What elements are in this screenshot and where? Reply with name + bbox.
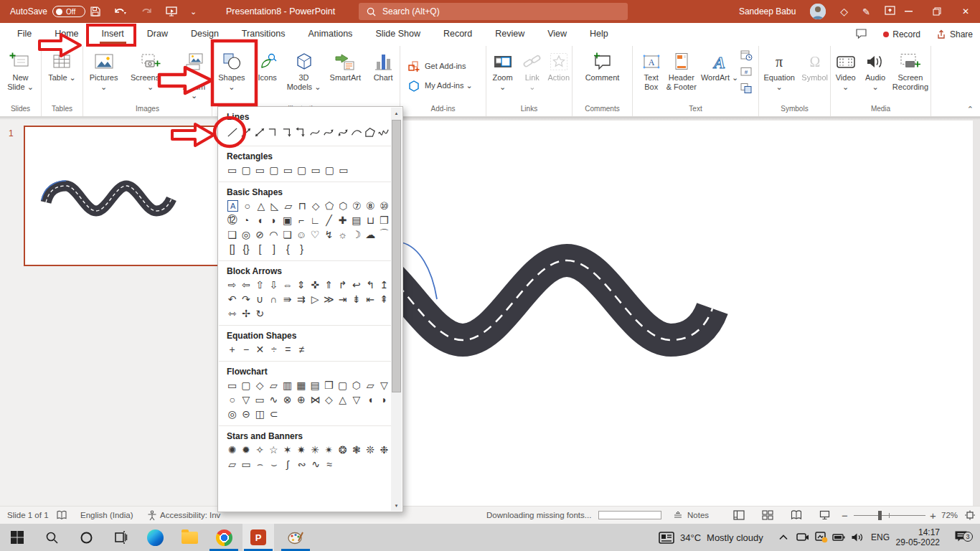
shape-connector-curved-arrow[interactable] xyxy=(322,126,336,140)
scroll-up-icon[interactable]: ▲ xyxy=(391,108,402,118)
shape-dodecagon[interactable]: ⑫ xyxy=(225,213,239,227)
reading-view-button[interactable] xyxy=(791,507,802,524)
record-button[interactable]: Record xyxy=(883,29,920,39)
comment-button[interactable]: Comment xyxy=(583,47,622,105)
audio-button[interactable]: Audio ⌄ xyxy=(860,47,890,105)
scrollbar-thumb[interactable] xyxy=(392,120,401,392)
3d-models-button[interactable]: 3D Models ⌄ xyxy=(284,47,324,105)
shape-ribbon-tilted-down[interactable]: ▱ xyxy=(225,457,239,471)
shape-arrow-u-turn[interactable]: ↩ xyxy=(349,278,363,292)
shape-parallelogram[interactable]: ▱ xyxy=(281,199,295,213)
shape-rectangle-single-corner-snipped[interactable]: ▭ xyxy=(253,163,267,177)
shape-arrow-left-right-up[interactable]: ⇑ xyxy=(322,278,336,292)
shape-callout-quad-arrow[interactable]: ✢ xyxy=(239,306,253,321)
shape-callout-up-arrow[interactable]: ⇞ xyxy=(377,292,391,306)
shape-right-bracket[interactable]: ] xyxy=(267,242,281,256)
shape-flowchart-manual-operation[interactable]: ▽ xyxy=(377,378,391,392)
search-box[interactable]: Search (Alt+Q) xyxy=(359,3,628,20)
shape-flowchart-extract[interactable]: △ xyxy=(336,392,349,407)
minimize-button[interactable] xyxy=(894,0,923,23)
shape-star-10-points[interactable]: ✴ xyxy=(322,443,336,457)
chrome-icon[interactable] xyxy=(208,524,240,551)
taskbar-search-icon[interactable] xyxy=(36,524,67,551)
shape-explosion-14-points[interactable]: ✹ xyxy=(239,443,253,457)
shape-star-4-points[interactable]: ✧ xyxy=(253,443,267,457)
shape-donut[interactable]: ◎ xyxy=(239,227,253,242)
shape-flowchart-data[interactable]: ▱ xyxy=(267,378,281,392)
shape-flowchart-delay[interactable]: ◗ xyxy=(377,392,391,407)
autosave-toggle[interactable]: AutoSave Off xyxy=(10,0,85,23)
shape-arrow-up-down[interactable]: ⇕ xyxy=(294,278,308,292)
zoom-slider[interactable] xyxy=(854,507,925,524)
shape-flowchart-card[interactable]: ▭ xyxy=(253,392,267,407)
shape-flowchart-summing-junction[interactable]: ⊗ xyxy=(281,392,294,407)
shape-diamond[interactable]: ◇ xyxy=(309,199,323,213)
shape-arrow-curved-right[interactable]: ↶ xyxy=(225,292,239,306)
shape-star-5-points[interactable]: ☆ xyxy=(267,443,281,457)
shape-brace-pair[interactable]: {} xyxy=(239,242,253,256)
shape-ribbon-curved-down[interactable]: ⌢ xyxy=(253,457,267,471)
shape-flowchart-process[interactable]: ▭ xyxy=(225,378,239,392)
screen-recording-button[interactable]: Screen Recording xyxy=(890,47,930,105)
file-explorer-icon[interactable] xyxy=(174,524,205,551)
shape-left-brace[interactable]: { xyxy=(281,242,295,256)
shape-rectangle-diagonal-corners-rounded[interactable]: ▭ xyxy=(336,163,350,177)
shape-smiley-face[interactable]: ☺ xyxy=(294,227,308,242)
shape-plaque[interactable]: ▤ xyxy=(349,213,363,227)
shape-flowchart-terminator[interactable]: ▢ xyxy=(336,378,349,392)
tab-insert[interactable]: Insert xyxy=(90,23,136,44)
pictures-button[interactable]: Pictures ⌄ xyxy=(83,47,124,105)
shape-decagon[interactable]: ⑩ xyxy=(377,199,391,213)
shape-flowchart-multidocument[interactable]: ❒ xyxy=(322,378,336,392)
shape-connector-elbow[interactable] xyxy=(267,126,281,140)
fit-slide-button[interactable] xyxy=(964,507,976,524)
slideshow-view-button[interactable] xyxy=(819,507,830,524)
shape-arrow-bent[interactable]: ↱ xyxy=(336,278,349,292)
start-slideshow-button[interactable] xyxy=(165,6,178,17)
shape-arrow-circular[interactable]: ↻ xyxy=(253,306,267,321)
notification-center-icon[interactable]: 3 xyxy=(954,524,968,551)
shape-flowchart-off-page-connector[interactable]: ▽ xyxy=(239,392,253,407)
shape-isosceles-triangle[interactable]: △ xyxy=(254,199,268,213)
shape-math-minus[interactable]: − xyxy=(239,342,253,357)
shape-star-16-points[interactable]: ❃ xyxy=(349,443,363,457)
shape-callout-down-arrow[interactable]: ⇟ xyxy=(349,292,363,306)
shape-rectangle-rounded-corners[interactable]: ▢ xyxy=(239,163,253,177)
scroll-down-icon[interactable]: ▼ xyxy=(391,500,402,511)
get-addins-button[interactable]: Get Add-ins xyxy=(407,60,466,73)
redo-button[interactable] xyxy=(140,6,153,17)
shape-can[interactable]: ⊔ xyxy=(364,213,377,227)
shape-arrow-quad[interactable]: ✜ xyxy=(308,278,322,292)
tab-animations[interactable]: Animations xyxy=(297,23,364,44)
shape-flowchart-preparation[interactable]: ⬡ xyxy=(349,378,363,392)
new-slide-button[interactable]: New Slide ⌄ xyxy=(5,47,36,105)
shape-star-24-points[interactable]: ❊ xyxy=(364,443,377,457)
cortana-icon[interactable] xyxy=(70,524,102,551)
clock[interactable]: 14:17 29-05-2022 xyxy=(895,524,940,551)
photo-album-button[interactable]: Photo Album ⌄ xyxy=(176,47,212,105)
tab-draw[interactable]: Draw xyxy=(136,23,179,44)
zoom-slider-thumb[interactable] xyxy=(878,511,882,520)
shape-folded-corner[interactable]: ❏ xyxy=(281,227,294,242)
zoom-out-button[interactable]: − xyxy=(842,507,848,524)
shape-rectangle-top-corners-rounded[interactable]: ▢ xyxy=(323,163,336,177)
shape-square-bracket-pair[interactable]: [] xyxy=(225,242,239,256)
shape-math-equal[interactable]: = xyxy=(281,342,295,357)
icons-button[interactable]: Icons xyxy=(251,47,284,105)
shape-arrow-striped-right[interactable]: ⇛ xyxy=(281,292,294,306)
tray-chevron-icon[interactable] xyxy=(779,524,788,551)
shape-arrow-curved-left[interactable]: ↷ xyxy=(239,292,253,306)
shape-flowchart-connector[interactable]: ○ xyxy=(225,392,239,407)
shape-flowchart-internal-storage[interactable]: ▦ xyxy=(294,378,308,392)
tab-transitions[interactable]: Transitions xyxy=(230,23,297,44)
share-button[interactable]: Share xyxy=(936,29,973,39)
shape-arrow-chevron[interactable]: ≫ xyxy=(322,292,336,306)
shape-arrow-curved-up[interactable]: ∪ xyxy=(253,292,267,306)
shape-callout-right-arrow[interactable]: ⇥ xyxy=(336,292,349,306)
shape-no-symbol[interactable]: ⊘ xyxy=(253,227,267,242)
wordart-button[interactable]: AWordArt ⌄ xyxy=(699,47,740,105)
shape-cross[interactable]: ✚ xyxy=(336,213,349,227)
menu-scrollbar[interactable]: ▲ ▼ xyxy=(391,108,402,511)
shape-chord[interactable]: ◖ xyxy=(253,213,267,227)
paint-icon[interactable] xyxy=(280,524,311,551)
